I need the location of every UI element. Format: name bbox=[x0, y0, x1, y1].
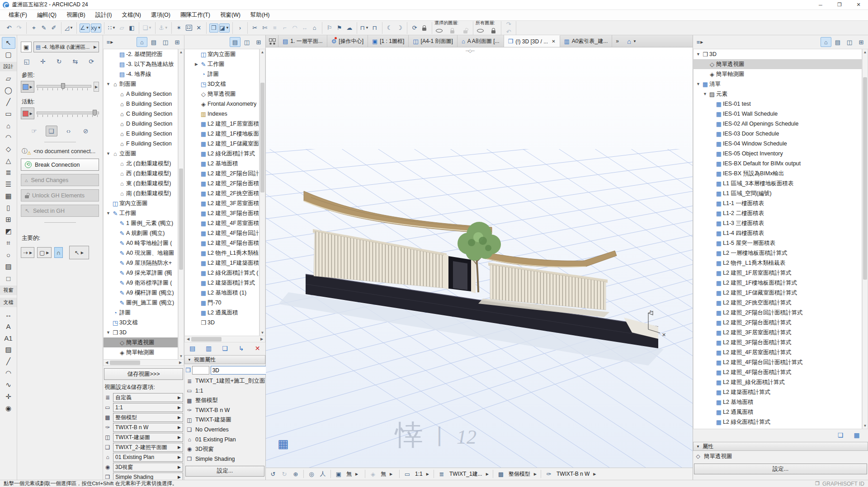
vertical-scrollbar[interactable]: ▲▼ bbox=[259, 49, 265, 336]
suspend-groups-icon[interactable] bbox=[420, 23, 429, 33]
lasso-icon[interactable]: ⇢▶ bbox=[21, 247, 34, 258]
arrow-dd-icon[interactable]: ↖▶ bbox=[69, 246, 89, 259]
tree-item[interactable]: ▦L2 建照_2F陽台回計面積計算式 bbox=[693, 308, 862, 318]
menu-item[interactable]: 檔案(F) bbox=[4, 10, 32, 20]
marquee-tool-icon[interactable]: ▢ bbox=[2, 49, 15, 61]
split-icon[interactable]: ✂ bbox=[250, 23, 259, 33]
tree-item[interactable]: ▦IES-BX Default for BIMx output bbox=[693, 159, 862, 169]
view-setting-dropdown[interactable]: 3D視窗▶ bbox=[113, 463, 183, 472]
explode-icon[interactable]: ✕ bbox=[194, 23, 203, 33]
add-view-icon[interactable]: ❏ bbox=[836, 431, 845, 440]
tab--1-1-[interactable]: ▣[1 : 1圖框] bbox=[368, 35, 409, 47]
tree-item[interactable]: ✎A9 採光罩詳圖 (獨 bbox=[104, 268, 178, 278]
tree-item[interactable]: ▦L2 建築面積計算式 bbox=[185, 278, 259, 288]
move-icon[interactable]: ✛ bbox=[38, 57, 47, 66]
tree-item[interactable]: ▦L1-4 四樓面積表 bbox=[693, 228, 862, 238]
tree-item[interactable]: ▦L1-3 三樓面積表 bbox=[693, 218, 862, 228]
tree-item[interactable]: ◳3D文檔 bbox=[185, 79, 259, 89]
tree-item[interactable]: ✎A9 欄杆詳圖 (獨立) bbox=[104, 288, 178, 298]
unlock-gh-elements-button[interactable]: Unlock GH Elements bbox=[21, 189, 99, 201]
tree-item[interactable]: ▦L2 一層樓地板面積計算式 bbox=[693, 248, 862, 258]
tree-item[interactable]: ▦L2 建照_2F挑空面積 bbox=[185, 188, 259, 198]
beam-tool-icon[interactable]: ╱ bbox=[2, 96, 15, 108]
layout-book-icon[interactable]: ◫ bbox=[241, 37, 252, 47]
import-view-icon[interactable]: ↳ bbox=[237, 344, 246, 353]
guide-lines-icon[interactable]: ◿▼ bbox=[64, 23, 74, 33]
tree-item[interactable]: ▦IES-05 Object Inventory bbox=[693, 149, 862, 159]
tree-item[interactable]: ▦IES-01 test bbox=[693, 99, 862, 109]
tree-item[interactable]: ▦IES-03 Door Schedule bbox=[693, 129, 862, 139]
tree-item[interactable]: ⌂西 (自動重建模型) bbox=[104, 169, 178, 178]
tree-item[interactable]: ▼⌂立面圖 bbox=[104, 149, 178, 159]
coordinates-icon[interactable]: xy▼ bbox=[91, 23, 102, 33]
popup-navigator-button[interactable]: ⌂▼ bbox=[623, 35, 641, 47]
flag-icon[interactable]: ⚐ bbox=[325, 23, 334, 33]
find-select-icon[interactable]: ⌖ bbox=[29, 23, 38, 33]
tree-item[interactable]: ✎A 規劃圖 (獨立) bbox=[104, 228, 178, 238]
window-tool-icon[interactable]: ⊞ bbox=[2, 214, 15, 225]
overlap-mode-icon[interactable]: ❏ bbox=[46, 126, 57, 136]
hand-icon[interactable]: ☞ bbox=[28, 126, 40, 136]
tree-item[interactable]: ▦L2 建照_1F建築面積 bbox=[185, 258, 259, 268]
tree-item[interactable]: ▦L2 建照_3F陽台面積 bbox=[185, 208, 259, 218]
target-story-dropdown[interactable]: ▤ -4. 地界線 (\蘆洲區... ▶ bbox=[33, 42, 99, 52]
tree-item[interactable]: ▼▨元素 bbox=[693, 89, 862, 99]
view-map-icon[interactable]: ▤ bbox=[832, 37, 843, 47]
tree-item[interactable]: ✎A0 畸零地檢討圖 ( bbox=[104, 238, 178, 248]
tree-item[interactable]: ▦L2 通風面積 bbox=[693, 407, 862, 417]
menu-item[interactable]: 視窗(W) bbox=[215, 10, 245, 20]
layer-combination-icon[interactable]: ≣ bbox=[437, 469, 447, 478]
structure-filter-icon[interactable]: ▩ bbox=[496, 469, 506, 478]
tree-item[interactable]: ▥Indexes bbox=[185, 109, 259, 119]
tree-item[interactable]: ◇簡單透視圖 bbox=[693, 59, 862, 69]
layers-lock-icon[interactable] bbox=[448, 26, 457, 35]
flag-list-icon[interactable]: ⚑ bbox=[335, 23, 344, 33]
tree-item[interactable]: ▦L2 建照_綠化面積計算式 bbox=[693, 377, 862, 387]
orbit-icon[interactable]: ◎ bbox=[307, 469, 316, 478]
horizontal-scrollbar[interactable]: ◀▶ bbox=[184, 336, 265, 342]
skylight-tool-icon[interactable]: ◩ bbox=[2, 225, 15, 237]
reference-color-swatch[interactable]: ▶ bbox=[21, 81, 34, 93]
menu-item[interactable]: 選項(O) bbox=[146, 10, 175, 20]
tree-item[interactable]: ▦IES-01 Wall Schedule bbox=[693, 109, 862, 119]
tree-item[interactable]: ▤-3. 以下為熱連結放 bbox=[104, 59, 178, 69]
delete-view-icon[interactable]: ✕ bbox=[253, 344, 262, 353]
viewport-setting-value[interactable]: 無▶ bbox=[344, 470, 363, 478]
active-slider[interactable] bbox=[37, 108, 99, 118]
column-tool-icon[interactable]: ◯ bbox=[2, 84, 15, 96]
stretch-icon[interactable]: ↔ bbox=[300, 23, 309, 33]
tab-close-icon[interactable]: ✕ bbox=[552, 39, 555, 44]
tree-item[interactable]: ▦L1-5 屋突一層面積表 bbox=[693, 238, 862, 248]
line-tool-icon[interactable]: ╱ bbox=[2, 356, 15, 367]
tree-item[interactable]: ◈簡單軸測圖 bbox=[104, 347, 178, 357]
zoom-in-icon[interactable]: ⊕ bbox=[291, 469, 301, 478]
opening-tool-icon[interactable]: □ bbox=[2, 272, 15, 284]
skew-grid-icon[interactable]: ▱ bbox=[117, 23, 126, 33]
tree-item[interactable]: ✎A9 衛浴標準詳圖 ( bbox=[104, 278, 178, 288]
layout-book-icon[interactable]: ◫ bbox=[844, 37, 855, 47]
all-layers-visibility-icon[interactable] bbox=[476, 26, 485, 35]
layers-visibility-icon[interactable] bbox=[435, 26, 444, 35]
tree-item[interactable]: ◇簡單透視圖 bbox=[104, 337, 178, 347]
snap-guides-icon[interactable]: ∠▼ bbox=[80, 23, 90, 33]
view-setting-dropdown[interactable]: 自定義▶ bbox=[113, 393, 183, 402]
tree-item[interactable]: ◔詳圖 bbox=[185, 69, 259, 79]
view-setting-dropdown[interactable]: 整個模型▶ bbox=[113, 413, 183, 422]
tab-1-[interactable]: ▤1. 一層平面... bbox=[278, 35, 327, 47]
tree-item[interactable]: ▶✎工作圖 bbox=[185, 59, 259, 69]
tree-item[interactable]: ▦IES-02 All Openings Schedule bbox=[693, 119, 862, 129]
tree-item[interactable]: ▦L2 綠化面積計算式 bbox=[693, 417, 862, 427]
reference-slider[interactable] bbox=[37, 82, 91, 92]
curtainwall-tool-icon[interactable]: ▦ bbox=[2, 190, 15, 202]
trace-reference-icon[interactable]: ❏▼ bbox=[142, 23, 152, 33]
tree-item[interactable]: ▦L2 建照_2F陽台回計 bbox=[185, 169, 259, 178]
anchor-icon[interactable]: ⚓▼ bbox=[158, 23, 169, 33]
tree-item[interactable]: ⌂B Building Section bbox=[104, 99, 178, 109]
tree-item[interactable]: ▦L2 建照_4F居室面積計算式 bbox=[693, 347, 862, 357]
tree-item[interactable]: ⌂C Building Section bbox=[104, 109, 178, 119]
tab--[interactable]: ⚙[操作中心] bbox=[327, 35, 368, 47]
tree-item[interactable]: ▦L1-2 二樓面積表 bbox=[693, 208, 862, 218]
tree-item[interactable]: ▦L2 建照_3F居室面積計算式 bbox=[693, 328, 862, 337]
tree-item[interactable]: ❒3D bbox=[185, 318, 259, 328]
tree-item[interactable]: ▦L2 綠化面積計算式 ( bbox=[185, 268, 259, 278]
